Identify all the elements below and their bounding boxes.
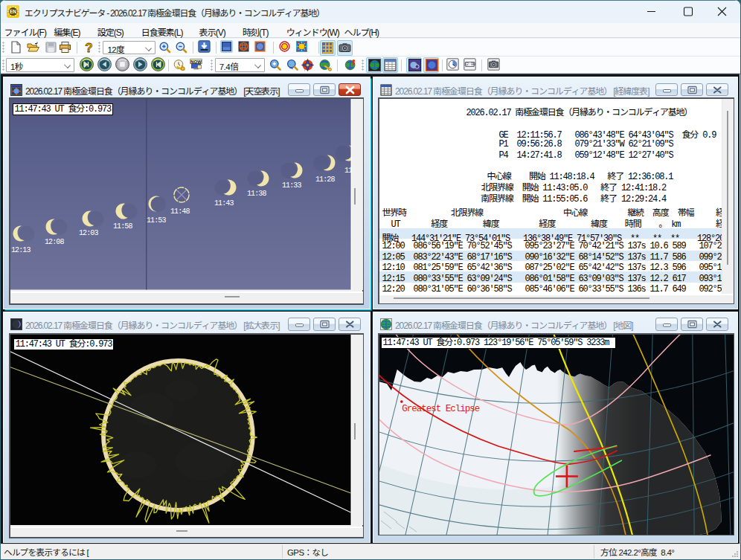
svg-text:NOW: NOW xyxy=(190,59,202,63)
svg-text:11:33: 11:33 xyxy=(282,181,301,190)
svg-text:12:13: 12:13 xyxy=(11,246,31,254)
svg-text:?: ? xyxy=(85,41,92,54)
svg-text:11:58: 11:58 xyxy=(113,222,132,231)
svg-text:11:28: 11:28 xyxy=(315,176,335,184)
svg-text:Greatest Eclipse: Greatest Eclipse xyxy=(402,404,480,414)
svg-text:12:08: 12:08 xyxy=(45,238,64,246)
svg-text:12:03: 12:03 xyxy=(79,229,98,237)
svg-text:11:53: 11:53 xyxy=(147,216,166,225)
svg-text:11:23: 11:23 xyxy=(344,167,351,175)
svg-text:EN: EN xyxy=(10,9,16,14)
svg-text:11:43: 11:43 xyxy=(214,199,234,207)
svg-text:11:38: 11:38 xyxy=(247,190,266,198)
svg-text:12:00: 12:00 xyxy=(464,62,475,67)
svg-text:11:48: 11:48 xyxy=(170,207,190,216)
